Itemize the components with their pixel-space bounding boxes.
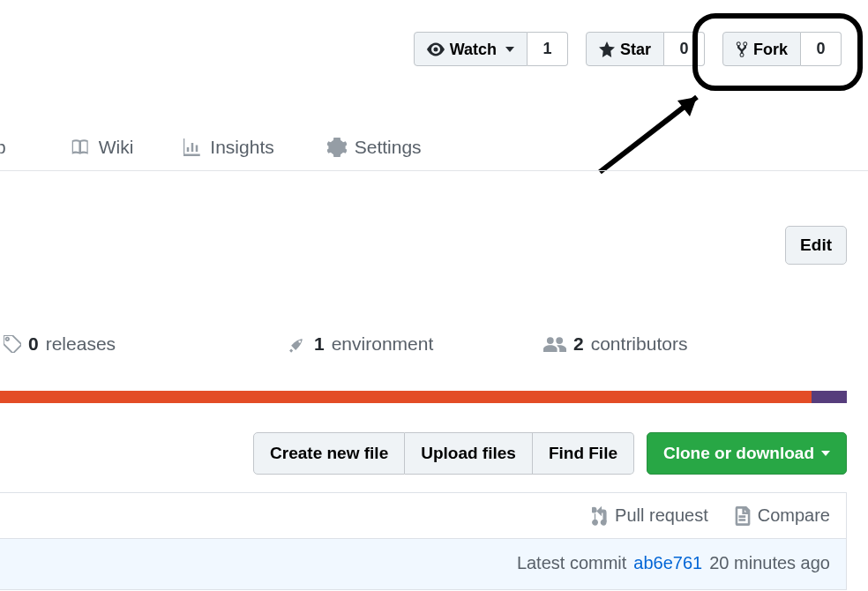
repo-tab-nav: b Wiki Insights Settings [0,137,868,171]
caret-down-icon [821,451,830,456]
stat-releases[interactable]: 0 releases [4,333,116,355]
people-icon [543,335,566,353]
star-label: Star [620,41,651,57]
releases-label: releases [46,333,116,355]
compare-link[interactable]: Compare [735,505,830,526]
tag-icon [4,335,21,353]
tab-insights-label: Insights [210,137,273,158]
tab-settings[interactable]: Settings [327,137,422,158]
eye-icon [427,42,445,56]
rocket-icon [288,334,307,354]
stat-environment[interactable]: 1 environment [288,333,433,355]
releases-count: 0 [28,333,39,355]
tab-settings-label: Settings [355,137,422,158]
language-segment-primary [0,391,812,403]
svg-marker-1 [677,97,697,116]
pull-request-link[interactable]: Pull request [592,505,708,526]
watch-label: Watch [450,41,497,57]
star-icon [599,41,615,57]
environment-label: environment [332,333,434,355]
find-file-button[interactable]: Find File [533,432,634,475]
pull-request-icon [592,506,608,526]
fork-button-group: Fork 0 [722,32,842,66]
caret-down-icon [505,47,514,52]
stat-contributors[interactable]: 2 contributors [543,333,687,355]
fork-button[interactable]: Fork [722,32,801,66]
latest-commit-text: Latest commit [517,553,626,573]
graph-icon [183,138,202,156]
upload-files-button[interactable]: Upload files [405,432,533,475]
fork-count[interactable]: 0 [801,32,842,66]
gear-icon [327,138,347,157]
commit-bar: Pull request Compare Latest commit ab6e7… [0,492,847,590]
language-segment-secondary [812,391,847,403]
clone-download-button[interactable]: Clone or download [647,432,847,475]
commit-sha-link[interactable]: ab6e761 [633,553,702,573]
tab-insights[interactable]: Insights [183,137,273,158]
clone-label: Clone or download [663,444,814,463]
pull-request-label: Pull request [615,505,708,526]
file-action-group: Create new file Upload files Find File [253,432,634,475]
watch-button-group: Watch 1 [414,32,568,66]
star-count[interactable]: 0 [664,32,705,66]
diff-icon [735,506,751,526]
contributors-count: 2 [573,333,584,355]
tab-partial-label: b [0,137,6,158]
tab-wiki[interactable]: Wiki [71,137,134,158]
commit-time: 20 minutes ago [709,553,830,573]
fork-icon [736,41,748,58]
tab-partial[interactable]: b [0,137,6,158]
create-new-file-button[interactable]: Create new file [253,432,405,475]
watch-count[interactable]: 1 [528,32,568,66]
star-button-group: Star 0 [586,32,705,66]
edit-button[interactable]: Edit [785,226,847,265]
contributors-label: contributors [591,333,688,355]
fork-label: Fork [753,41,788,57]
watch-button[interactable]: Watch [414,32,528,66]
environment-count: 1 [314,333,325,355]
book-icon [71,139,91,155]
tab-wiki-label: Wiki [99,137,134,158]
star-button[interactable]: Star [586,32,664,66]
language-bar[interactable] [0,391,847,403]
compare-label: Compare [758,505,830,526]
